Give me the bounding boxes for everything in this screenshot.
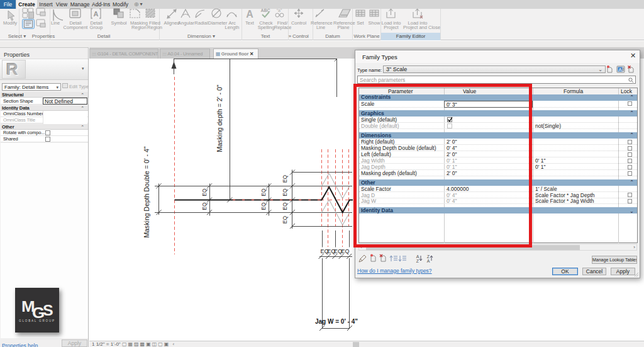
svg-text:Jag W = 0' - 4": Jag W = 0' - 4": [315, 318, 358, 325]
svg-text:Masking Depth Double = 0' - 4": Masking Depth Double = 0' - 4": [143, 146, 150, 237]
svg-text:EQ: EQ: [201, 188, 208, 196]
svg-text:A: A: [246, 9, 253, 20]
svg-text:EQ: EQ: [282, 188, 288, 196]
svg-text:EQ: EQ: [282, 174, 288, 183]
svg-text:S: S: [43, 302, 53, 319]
svg-text:EQ: EQ: [201, 202, 208, 210]
svg-text:Z: Z: [416, 259, 419, 263]
svg-text:A: A: [94, 10, 99, 18]
svg-text:EQ: EQ: [282, 202, 288, 210]
svg-text:“a”: “a”: [277, 8, 282, 13]
svg-text:EQ: EQ: [341, 248, 349, 254]
svg-text:EQ: EQ: [260, 188, 267, 196]
svg-text:EQ: EQ: [260, 202, 267, 210]
svg-text:A: A: [427, 259, 430, 263]
svg-text:EQ: EQ: [282, 215, 288, 224]
svg-text:A: A: [416, 254, 419, 259]
svg-text:Z: Z: [427, 254, 430, 259]
svg-text:GLOBAL GROUP: GLOBAL GROUP: [19, 319, 55, 322]
svg-text:Masking depth = 2' - 0": Masking depth = 2' - 0": [216, 84, 223, 152]
svg-text:A: A: [619, 67, 622, 72]
